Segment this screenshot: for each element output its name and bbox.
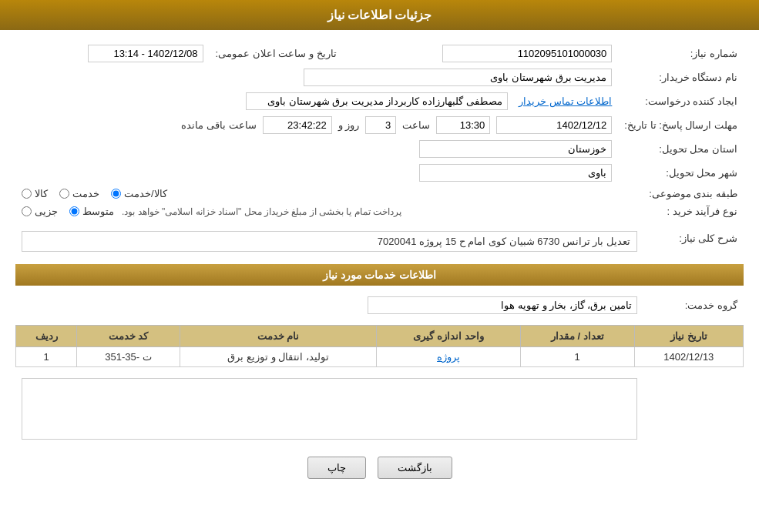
ijadkonande-label: ایجاد کننده درخواست: [618,89,744,113]
print-button[interactable]: چاپ [307,457,366,479]
tawsifat-table [15,375,744,445]
col-tarikh-niaz: تاریخ نیاز [634,326,743,347]
cell-name-khedmat: تولید، انتقال و توزیع برق [180,347,377,367]
groupe-khedmat-input [368,296,637,314]
kala-label: کالا [35,188,48,199]
tarikh-input [88,45,203,62]
ijadkonande-input [246,92,508,110]
mootasat-label: متوسط [82,206,114,217]
ettelaat-link[interactable]: اطلاعات تماس خریدار [519,95,612,107]
cell-tedad: 1 [520,347,634,367]
mohlat-roz-label: روز و [338,119,360,131]
namedastgah-label: نام دستگاه خریدار: [618,65,744,89]
namedastgah-value-cell [15,65,618,89]
sharh-box: تعدیل بار ترانس 6730 شبیان کوی امام ح 15… [22,231,637,252]
noe-farayand-value-cell: جزیی متوسط پرداخت تمام یا بخشی از مبلغ خ… [15,202,618,220]
sharh-label: شرح کلی نیاز: [643,228,744,255]
ostan-value-cell [15,137,618,161]
services-table: تاریخ نیاز تعداد / مقدار واحد اندازه گیر… [15,325,744,367]
table-row: 1402/12/13 1 پروژه تولید، انتقال و توزیع… [16,347,744,367]
vahed-link[interactable]: پروژه [437,351,460,363]
cell-radif: 1 [16,347,77,367]
farayand-desc: پرداخت تمام یا بخشی از مبلغ خریداز محل "… [122,206,401,217]
tawsifat-textarea[interactable] [22,378,637,440]
col-name-khedmat: نام خدمت [180,326,377,347]
button-row: بازگشت چاپ [15,457,744,479]
tabaqebandi-value-cell: کالا خدمت کالا/خدمت [15,185,618,202]
radio-kala[interactable]: کالا [22,188,48,199]
groupe-khedmat-table: گروه خدمت: [15,293,744,317]
radio-kalakhedmat[interactable]: کالا/خدمت [111,188,167,199]
jazei-label: جزیی [35,206,58,217]
cell-vahed-andaze: پروژه [377,347,520,367]
shahr-label: شهر محل تحویل: [618,161,744,185]
mohlat-saat-label: ساعت [402,119,430,131]
col-kod-khedmat: کد خدمت [77,326,180,347]
col-tedad: تعداد / مقدار [520,326,634,347]
col-vahed-andaze: واحد اندازه گیری [377,326,520,347]
back-button[interactable]: بازگشت [378,457,452,479]
radio-mootasat-input[interactable] [69,206,79,216]
tarikh-value-cell [15,42,210,65]
col-radif: ردیف [16,326,77,347]
mohlat-saat-mande-label: ساعت باقی مانده [181,119,256,131]
shomare-niaz-value-cell [343,42,619,65]
radio-khedmat-input[interactable] [59,189,69,199]
kalakhedmat-label: کالا/خدمت [124,188,167,199]
main-form-table: شماره نیاز: تاریخ و ساعت اعلان عمومی: نا… [15,42,744,220]
radio-kalakhedmat-input[interactable] [111,189,121,199]
cell-kod-khedmat: ت -35-351 [77,347,180,367]
mohlat-saat-mande-input [263,116,332,134]
noe-farayand-label: نوع فرآیند خرید : [618,202,744,220]
tawsifat-value-cell [15,375,643,445]
mohlat-value-cell: ساعت باقی مانده روز و ساعت [15,113,618,137]
tabaqebandi-label: طبقه بندی موضوعی: [618,185,744,202]
sharh-value-cell: تعدیل بار ترانس 6730 شبیان کوی امام ح 15… [15,228,643,255]
tarikh-label: تاریخ و ساعت اعلان عمومی: [210,42,343,65]
radio-jazei-input[interactable] [22,206,32,216]
shomare-niaz-label: شماره نیاز: [618,42,744,65]
radio-jazei[interactable]: جزیی [22,206,58,217]
ostan-input [419,140,612,158]
groupe-khedmat-value-cell [15,293,643,317]
namedastgah-input [304,69,612,86]
radio-mootasat[interactable]: متوسط [69,206,114,217]
page-title: جزئیات اطلاعات نیاز [0,0,759,30]
shomare-niaz-input[interactable] [442,45,612,62]
groupe-khedmat-label: گروه خدمت: [643,293,744,317]
tawsifat-label [643,375,744,445]
ijadkonande-value-cell: اطلاعات تماس خریدار [15,89,618,113]
ostan-label: استان محل تحویل: [618,137,744,161]
sharh-table: شرح کلی نیاز: تعدیل بار ترانس 6730 شبیان… [15,228,744,255]
cell-tarikh-niaz: 1402/12/13 [634,347,743,367]
radio-kala-input[interactable] [22,189,32,199]
khedmat-label: خدمت [72,188,99,199]
shahr-value-cell [15,161,618,185]
mohlat-roz-input [365,116,396,134]
mohlat-date-input [496,116,612,134]
service-section-title: اطلاعات خدمات مورد نیاز [15,264,744,286]
mohlat-saat-input [436,116,490,134]
mohlat-label: مهلت ارسال پاسخ: تا تاریخ: [618,113,744,137]
shahr-input [419,164,612,182]
radio-khedmat[interactable]: خدمت [59,188,99,199]
